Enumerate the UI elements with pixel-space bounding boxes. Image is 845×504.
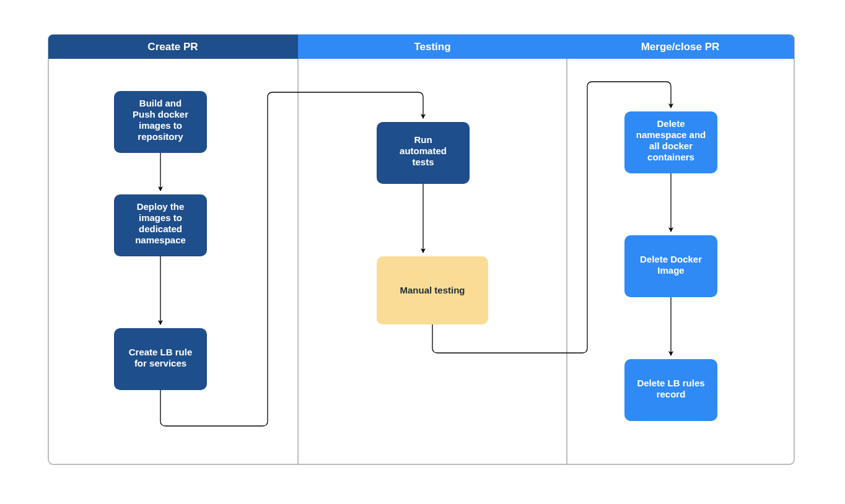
lane-header-merge-close-label: Merge/close PR bbox=[641, 41, 720, 53]
box-delete-lb-l1: Delete LB rules bbox=[637, 378, 704, 388]
flow-diagram: Create PR Testing Merge/close PR Build a… bbox=[0, 0, 845, 504]
lane-header-testing: Testing bbox=[298, 35, 567, 59]
lane-header-create-pr: Create PR bbox=[48, 35, 298, 59]
box-deploy-l2: images to bbox=[139, 212, 182, 223]
box-delete-ns: Delete namespace and all docker containe… bbox=[624, 111, 717, 173]
box-delete-ns-l1: Delete bbox=[657, 118, 685, 129]
box-run-tests: Run automated tests bbox=[377, 122, 470, 184]
box-create-lb-l2: for services bbox=[134, 358, 186, 368]
lane-header-merge-close: Merge/close PR bbox=[567, 35, 794, 59]
lane-header-create-pr-label: Create PR bbox=[147, 41, 198, 53]
box-deploy-l3: dedicated bbox=[139, 224, 182, 234]
box-delete-lb: Delete LB rules record bbox=[624, 359, 717, 421]
box-build-push-l2: Push docker bbox=[133, 109, 188, 119]
box-manual-testing: Manual testing bbox=[377, 256, 488, 324]
box-deploy: Deploy the images to dedicated namespace bbox=[114, 194, 207, 256]
box-deploy-l1: Deploy the bbox=[137, 201, 185, 212]
box-delete-image-l1: Delete Docker bbox=[640, 254, 702, 264]
box-create-lb-l1: Create LB rule bbox=[129, 347, 193, 357]
box-deploy-l4: namespace bbox=[135, 235, 186, 245]
box-delete-ns-l4: containers bbox=[647, 152, 694, 162]
box-run-tests-l3: tests bbox=[412, 157, 434, 167]
box-manual-testing-l1: Manual testing bbox=[400, 285, 465, 295]
box-delete-ns-l3: all docker bbox=[649, 141, 693, 151]
box-delete-ns-l2: namespace and bbox=[636, 129, 706, 140]
box-delete-image: Delete Docker Image bbox=[624, 235, 717, 297]
box-delete-lb-l2: record bbox=[657, 389, 686, 399]
box-build-push-l4: repository bbox=[138, 131, 183, 142]
box-run-tests-l2: automated bbox=[400, 146, 447, 156]
box-build-push-l3: images to bbox=[139, 120, 182, 131]
box-delete-image-l2: Image bbox=[657, 265, 684, 276]
box-build-push-l1: Build and bbox=[139, 98, 182, 108]
box-build-push: Build and Push docker images to reposito… bbox=[114, 91, 207, 153]
lane-header-testing-label: Testing bbox=[414, 41, 450, 53]
box-run-tests-l1: Run bbox=[414, 134, 432, 145]
box-create-lb: Create LB rule for services bbox=[114, 328, 207, 390]
